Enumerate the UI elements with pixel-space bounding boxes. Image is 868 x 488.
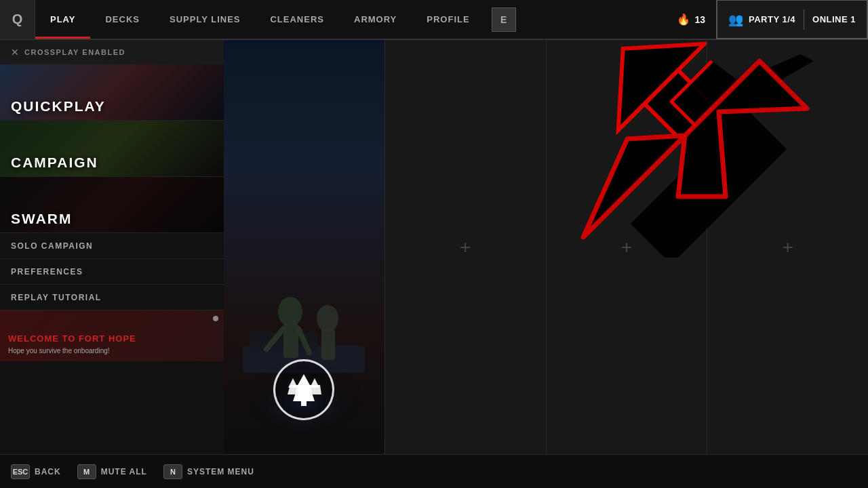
promo-title: WELCOME TO FORT HOPE <box>8 333 136 344</box>
svg-point-3 <box>278 297 302 327</box>
mute-label: MUTE ALL <box>101 467 147 476</box>
svg-point-7 <box>317 305 338 332</box>
quickplay-label: QUICKPLAY <box>11 98 106 115</box>
arrow-overlay <box>580 40 708 243</box>
party-slot-3[interactable]: + <box>547 40 708 454</box>
fire-icon: 🔥 <box>677 13 690 26</box>
swarm-label: SWARM <box>11 211 73 227</box>
crossplay-icon: ✕ <box>11 47 19 58</box>
n-key: N <box>163 464 182 479</box>
svg-marker-20 <box>580 40 705 130</box>
fire-count: 13 <box>694 14 705 25</box>
back-label: BACK <box>35 467 61 476</box>
mute-item[interactable]: M MUTE ALL <box>77 464 147 479</box>
system-menu-item[interactable]: N SYSTEM MENU <box>163 464 254 479</box>
preferences-label: PREFERENCES <box>11 267 83 277</box>
slot4-plus: + <box>782 237 793 258</box>
menu-item-preferences[interactable]: PREFERENCES <box>0 259 224 285</box>
replay-tutorial-label: REPLAY TUTORIAL <box>11 293 102 302</box>
slot1-emblem <box>273 359 334 420</box>
svg-marker-16 <box>308 385 321 394</box>
crossplay-banner: ✕ CROSSPLAY ENABLED <box>0 40 224 64</box>
back-item[interactable]: ESC BACK <box>11 464 61 479</box>
menu-item-quickplay[interactable]: QUICKPLAY <box>0 64 224 121</box>
svg-rect-12 <box>301 401 307 406</box>
campaign-label: CAMPAIGN <box>11 155 98 171</box>
menu-item-solo-campaign[interactable]: SOLO CAMPAIGN <box>0 233 224 259</box>
svg-rect-17 <box>644 70 707 181</box>
tree-emblem-svg <box>285 373 323 407</box>
e-button[interactable]: E <box>492 7 516 32</box>
promo-card[interactable]: WELCOME TO FORT HOPE Hope you survive th… <box>0 310 224 361</box>
nav-items: PLAY DECKS SUPPLY LINES CLEANERS ARMORY … <box>35 0 677 39</box>
nav-item-armory[interactable]: ARMORY <box>339 0 412 39</box>
sidebar: ✕ CROSSPLAY ENABLED QUICKPLAY CAMPAIGN S… <box>0 40 224 454</box>
party-button[interactable]: 👥 PARTY 1/4 ONLINE 1 <box>716 0 868 39</box>
menu-item-replay-tutorial[interactable]: REPLAY TUTORIAL <box>0 285 224 310</box>
system-menu-label: SYSTEM MENU <box>187 467 254 476</box>
svg-rect-19 <box>644 70 707 181</box>
promo-subtitle: Hope you survive the onboarding! <box>8 347 110 354</box>
nav-right: 🔥 13 👥 PARTY 1/4 ONLINE 1 <box>677 0 868 39</box>
party-panel: + + + <box>224 40 868 454</box>
bottom-bar: ESC BACK M MUTE ALL N SYSTEM MENU <box>0 454 868 488</box>
svg-marker-18 <box>580 40 705 130</box>
esc-key: ESC <box>11 464 30 479</box>
nav-item-supply-lines[interactable]: SUPPLY LINES <box>155 0 255 39</box>
party-label: PARTY 1/4 <box>749 14 795 24</box>
slot2-plus: + <box>460 237 471 258</box>
nav-item-profile[interactable]: PROFILE <box>412 0 484 39</box>
party-divider <box>804 9 804 30</box>
party-icon: 👥 <box>728 12 743 27</box>
nav-item-play[interactable]: PLAY <box>35 0 90 39</box>
party-slot-4[interactable]: + <box>707 40 868 454</box>
party-slot-2[interactable]: + <box>385 40 547 454</box>
m-key: M <box>77 464 96 479</box>
party-slot-1[interactable] <box>224 40 385 454</box>
crossplay-text: CROSSPLAY ENABLED <box>24 48 125 56</box>
q-button[interactable]: Q <box>0 0 35 39</box>
promo-dot <box>213 316 218 321</box>
nav-item-decks[interactable]: DECKS <box>90 0 155 39</box>
slot3-plus: + <box>621 237 632 258</box>
nav-item-cleaners[interactable]: CLEANERS <box>255 0 339 39</box>
menu-item-swarm[interactable]: SWARM <box>0 177 224 233</box>
slot1-scene <box>224 40 384 454</box>
solo-campaign-label: SOLO CAMPAIGN <box>11 241 93 251</box>
online-label: ONLINE 1 <box>812 14 856 24</box>
svg-rect-8 <box>321 329 335 360</box>
top-navigation: Q PLAY DECKS SUPPLY LINES CLEANERS ARMOR… <box>0 0 868 40</box>
main-content: ✕ CROSSPLAY ENABLED QUICKPLAY CAMPAIGN S… <box>0 40 868 454</box>
menu-item-campaign[interactable]: CAMPAIGN <box>0 121 224 177</box>
